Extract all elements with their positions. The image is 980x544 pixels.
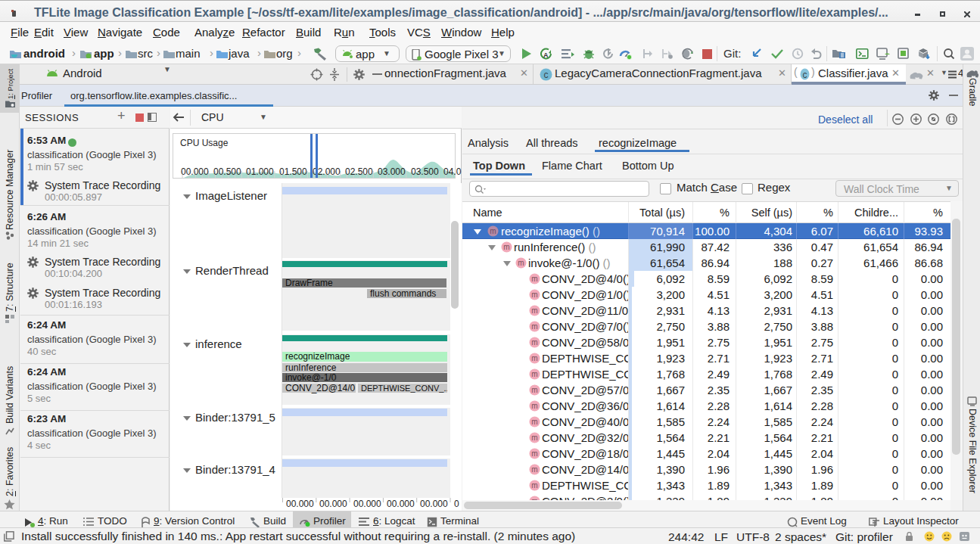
svg-text:m: m (531, 370, 537, 378)
svg-text:m: m (531, 338, 537, 347)
svg-text:m: m (490, 227, 496, 235)
svg-text:A: A (543, 51, 549, 59)
svg-text:c: c (544, 70, 549, 80)
svg-text:m: m (518, 259, 524, 267)
svg-text:m: m (531, 386, 537, 394)
svg-text:m: m (531, 306, 537, 315)
svg-text:m: m (531, 322, 537, 331)
svg-text:m: m (503, 243, 509, 251)
svg-text:m: m (531, 418, 537, 426)
svg-text:m: m (531, 402, 537, 410)
svg-text:c: c (803, 70, 807, 80)
svg-text:m: m (531, 449, 537, 458)
svg-text:m: m (531, 275, 537, 283)
svg-text:m: m (531, 434, 537, 442)
svg-text:m: m (531, 465, 537, 474)
svg-text:m: m (531, 291, 537, 299)
svg-text:m: m (531, 481, 537, 490)
svg-text:m: m (531, 354, 537, 362)
